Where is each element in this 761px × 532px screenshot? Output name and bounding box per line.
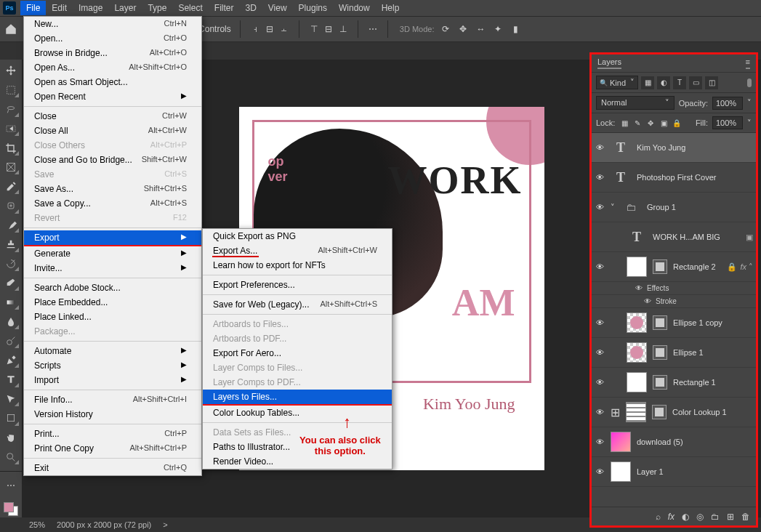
align-center-v-icon[interactable]: ⊟ — [323, 23, 334, 35]
file-menu-item[interactable]: Open...Ctrl+O — [24, 31, 201, 46]
filter-pixel-icon[interactable]: ▦ — [641, 76, 654, 89]
home-icon[interactable] — [4, 23, 17, 36]
lock-position-icon[interactable]: ✥ — [645, 118, 656, 128]
type-tool-icon[interactable] — [2, 371, 20, 388]
file-menu-item[interactable]: Search Adobe Stock... — [24, 281, 201, 295]
menu-filter[interactable]: Filter — [209, 1, 240, 15]
file-menu-item[interactable]: File Info...Alt+Shift+Ctrl+I — [24, 392, 201, 407]
fill-input[interactable]: 100% — [712, 116, 743, 129]
export-menu-item[interactable]: Color Lookup Tables... — [203, 406, 392, 420]
layer-name[interactable]: download (5) — [637, 438, 747, 446]
layer-mask-thumbnail[interactable] — [653, 259, 667, 274]
fx-badge[interactable]: fx ˄ — [740, 262, 753, 272]
menu-file[interactable]: File — [20, 1, 46, 15]
file-menu-item[interactable]: Export▶ — [24, 230, 201, 245]
layer-row[interactable]: 👁TKim Yoo Jung — [592, 133, 756, 163]
opacity-dropdown-icon[interactable]: ˅ — [747, 98, 752, 108]
export-menu-item[interactable]: Save for Web (Legacy)...Alt+Shift+Ctrl+S — [203, 297, 392, 312]
new-layer-icon[interactable]: ⊞ — [727, 512, 734, 522]
file-menu-item[interactable]: ExitCtrl+Q — [24, 461, 201, 475]
layer-thumbnail[interactable]: 🗀 — [621, 197, 641, 217]
fx-icon[interactable]: fx — [668, 512, 675, 522]
lock-all-icon[interactable]: 🔒 — [672, 118, 682, 128]
align-center-h-icon[interactable]: ⊟ — [264, 23, 275, 35]
pen-tool-icon[interactable] — [2, 352, 20, 368]
layer-name[interactable]: WORK H...AM BIG — [653, 233, 740, 241]
file-menu-item[interactable]: Close AllAlt+Ctrl+W — [24, 124, 201, 138]
stamp-tool-icon[interactable] — [2, 236, 20, 253]
layer-thumbnail[interactable]: T — [611, 167, 631, 188]
3d-orbit-icon[interactable]: ⟳ — [440, 23, 451, 35]
frame-tool-icon[interactable] — [2, 159, 20, 176]
visibility-icon[interactable]: 👁 — [595, 318, 605, 327]
gradient-tool-icon[interactable] — [2, 294, 20, 311]
menu-3d[interactable]: 3D — [239, 1, 262, 15]
eraser-tool-icon[interactable] — [2, 275, 20, 291]
kind-select[interactable]: Kind ˅ — [596, 76, 638, 89]
layer-thumbnail[interactable] — [627, 313, 647, 333]
menu-select[interactable]: Select — [172, 1, 208, 15]
layer-name[interactable]: Photoshop First Cover — [637, 173, 747, 182]
zoom-level[interactable]: 25% — [29, 520, 45, 529]
menu-type[interactable]: Type — [142, 1, 172, 15]
file-menu-item[interactable]: Place Embedded... — [24, 295, 201, 310]
visibility-icon[interactable]: 👁 — [595, 348, 605, 357]
3d-slide-icon[interactable]: ↔ — [475, 23, 486, 35]
layer-name[interactable]: Ellipse 1 copy — [673, 318, 747, 327]
layer-name[interactable]: Rectangle 1 — [673, 378, 747, 387]
eyedropper-tool-icon[interactable] — [2, 178, 20, 195]
zoom-tool-icon[interactable] — [2, 448, 20, 465]
layer-mask-thumbnail[interactable] — [653, 375, 667, 390]
visibility-icon[interactable]: 👁 — [595, 173, 605, 182]
crop-tool-icon[interactable] — [2, 140, 20, 156]
layer-row[interactable]: 👁Layer 1 — [592, 457, 756, 487]
3d-camera-icon[interactable]: ▮ — [510, 23, 521, 35]
file-menu-item[interactable]: Save As...Shift+Ctrl+S — [24, 182, 201, 196]
layer-thumbnail[interactable] — [611, 462, 631, 482]
edit-toolbar-icon[interactable]: ⋯ — [2, 477, 20, 494]
file-menu-item[interactable]: New...Ctrl+N — [24, 17, 201, 31]
file-menu-item[interactable]: Browse in Bridge...Alt+Ctrl+O — [24, 46, 201, 60]
align-bottom-icon[interactable]: ⊥ — [337, 23, 349, 35]
filter-type-icon[interactable]: T — [673, 76, 686, 89]
group-icon[interactable]: 🗀 — [711, 512, 720, 522]
file-menu-item[interactable]: Save a Copy...Alt+Ctrl+S — [24, 196, 201, 211]
visibility-icon[interactable]: 👁 — [595, 143, 605, 152]
lock-pixels-icon[interactable]: ✎ — [632, 118, 643, 128]
group-chevron-icon[interactable]: ˅ — [611, 203, 615, 212]
layer-thumbnail[interactable] — [626, 402, 646, 422]
file-menu-item[interactable]: Print One CopyAlt+Shift+Ctrl+P — [24, 441, 201, 456]
export-menu-item[interactable]: Render Video... — [203, 454, 392, 469]
menu-help[interactable]: Help — [376, 1, 406, 15]
hand-tool-icon[interactable] — [2, 430, 20, 446]
file-menu-item[interactable]: Open Recent▶ — [24, 89, 201, 104]
path-tool-icon[interactable] — [2, 391, 20, 408]
layer-row[interactable]: 👁⊞Color Lookup 1 — [592, 398, 756, 427]
stroke-effect-row[interactable]: 👁 Stroke — [592, 295, 756, 308]
delete-icon[interactable]: 🗑 — [741, 512, 750, 522]
layer-row[interactable]: 👁TPhotoshop First Cover — [592, 163, 756, 193]
file-menu-item[interactable]: Version History — [24, 407, 201, 422]
filter-shape-icon[interactable]: ▭ — [689, 76, 702, 89]
marquee-tool-icon[interactable] — [2, 82, 20, 99]
file-menu-item[interactable]: Invite...▶ — [24, 261, 201, 275]
blur-tool-icon[interactable] — [2, 313, 20, 330]
panel-menu-icon[interactable]: ≡ — [746, 57, 750, 69]
layer-row[interactable]: 👁download (5) — [592, 427, 756, 457]
layer-row[interactable]: 👁Ellipse 1 — [592, 338, 756, 368]
file-menu-item[interactable]: Close and Go to Bridge...Shift+Ctrl+W — [24, 153, 201, 167]
layer-row[interactable]: 👁Rectangle 2🔒fx ˄ — [592, 252, 756, 282]
layer-name[interactable]: Ellipse 1 — [673, 348, 747, 357]
move-tool-icon[interactable] — [2, 63, 20, 79]
lock-artboard-icon[interactable]: ▣ — [659, 118, 669, 128]
export-menu-item[interactable]: Layers to Files... — [203, 390, 392, 404]
filter-smart-icon[interactable]: ◫ — [705, 76, 718, 89]
layer-thumbnail[interactable]: T — [611, 137, 631, 158]
menu-edit[interactable]: Edit — [46, 1, 73, 15]
visibility-icon[interactable]: 👁 — [595, 378, 605, 387]
selection-tool-icon[interactable] — [2, 121, 20, 137]
align-left-icon[interactable]: ⫞ — [249, 23, 261, 35]
visibility-icon[interactable]: 👁 — [595, 467, 605, 476]
export-menu-item[interactable]: Export Preferences... — [203, 278, 392, 292]
file-menu-item[interactable]: Automate▶ — [24, 344, 201, 358]
